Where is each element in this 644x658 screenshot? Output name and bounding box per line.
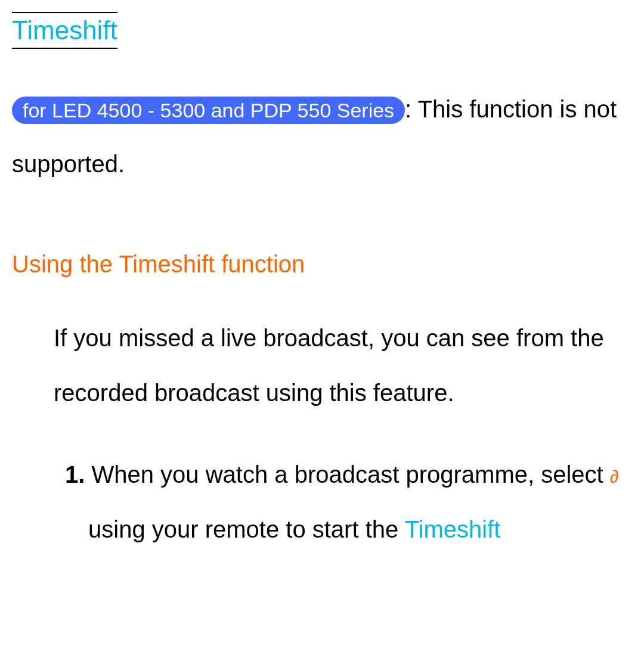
step-text-part1: When you watch a broadcast programme, se… [91,461,609,488]
section-intro-text: If you missed a live broadcast, you can … [12,311,632,420]
step-number: 1. [65,461,85,488]
page-title: Timeshift [12,12,117,49]
instruction-step: 1. When you watch a broadcast programme,… [12,447,632,557]
compatibility-note: for LED 4500 - 5300 and PDP 550 Series: … [12,82,632,191]
section-heading: Using the Timeshift function [12,251,632,278]
series-badge: for LED 4500 - 5300 and PDP 550 Series [12,97,405,124]
step-text-part2: using your remote to start the [88,516,405,542]
play-icon: ∂ [610,467,619,486]
timeshift-keyword: Timeshift [405,516,501,542]
